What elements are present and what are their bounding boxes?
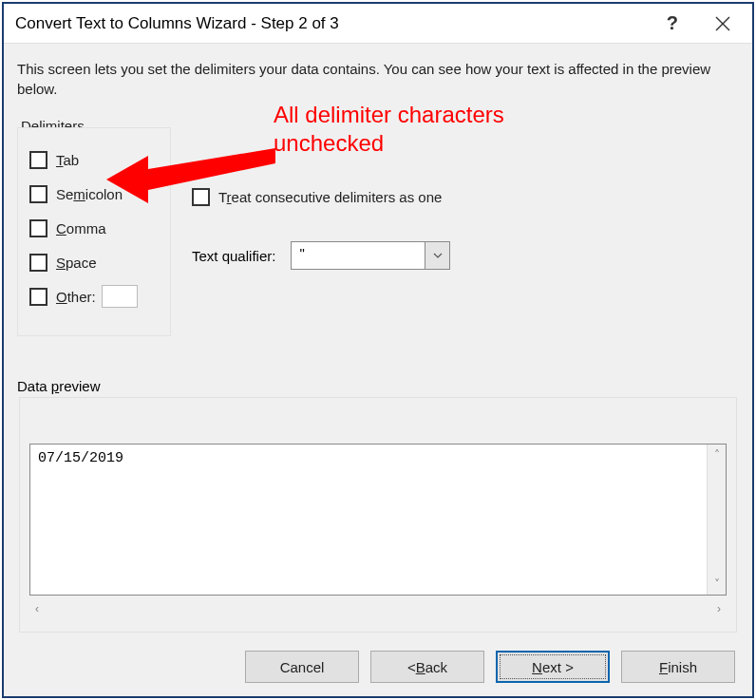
data-preview-area: 07/15/2019 ˄ ˅ (29, 444, 727, 596)
semicolon-checkbox-row: Semicolon (29, 181, 170, 206)
wizard-dialog: Convert Text to Columns Wizard - Step 2 … (2, 2, 754, 698)
semicolon-checkbox[interactable] (29, 185, 47, 203)
treat-consecutive-label[interactable]: Treat consecutive delimiters as one (218, 189, 442, 205)
back-button[interactable]: < Back (370, 651, 484, 683)
other-input[interactable] (102, 285, 138, 308)
cancel-button[interactable]: Cancel (245, 651, 359, 683)
other-checkbox-row: Other: (29, 284, 170, 309)
dialog-body: This screen lets you set the delimiters … (4, 44, 752, 637)
next-button[interactable]: Next > (496, 651, 610, 683)
text-qualifier-label: Text qualifier: (192, 248, 275, 264)
scroll-up-icon: ˄ (714, 448, 720, 462)
comma-checkbox[interactable] (29, 219, 47, 237)
text-qualifier-row: Text qualifier: " (192, 241, 450, 270)
space-label[interactable]: Space (56, 255, 97, 271)
dialog-title: Convert Text to Columns Wizard - Step 2 … (15, 14, 667, 33)
treat-consecutive-checkbox[interactable] (192, 188, 210, 206)
scroll-right-icon: › (717, 602, 721, 615)
close-icon (714, 15, 731, 32)
semicolon-label[interactable]: Semicolon (56, 186, 123, 202)
other-label[interactable]: Other: (56, 289, 96, 305)
dialog-footer: Cancel < Back Next > Finish (4, 637, 752, 696)
scroll-down-icon: ˅ (714, 577, 720, 591)
space-checkbox-row: Space (29, 250, 170, 274)
titlebar: Convert Text to Columns Wizard - Step 2 … (4, 4, 752, 44)
data-preview-label: Data preview (17, 378, 101, 394)
comma-label[interactable]: Comma (56, 220, 106, 236)
tab-checkbox-row: Tab (29, 147, 170, 172)
description-text: This screen lets you set the delimiters … (17, 59, 739, 99)
data-preview-group: 07/15/2019 ˄ ˅ ‹ › (19, 397, 737, 633)
treat-consecutive-row: Treat consecutive delimiters as one (192, 188, 442, 206)
space-checkbox[interactable] (29, 254, 47, 272)
text-qualifier-dropdown-button[interactable] (425, 242, 449, 269)
help-button[interactable]: ? (667, 12, 678, 34)
text-qualifier-value: " (292, 242, 425, 269)
vertical-scrollbar[interactable]: ˄ ˅ (707, 445, 726, 595)
comma-checkbox-row: Comma (29, 216, 170, 240)
annotation-text: All delimiter characters unchecked (274, 101, 504, 158)
data-preview-text: 07/15/2019 (30, 445, 726, 472)
delimiters-group: Tab Semicolon Comma Space Other: (17, 127, 171, 336)
other-checkbox[interactable] (29, 288, 47, 306)
finish-button[interactable]: Finish (621, 651, 735, 683)
scroll-left-icon: ‹ (35, 602, 39, 615)
close-button[interactable] (707, 15, 739, 32)
tab-label[interactable]: Tab (56, 152, 79, 168)
text-qualifier-select[interactable]: " (291, 241, 450, 270)
horizontal-scrollbar[interactable]: ‹ › (29, 599, 727, 618)
tab-checkbox[interactable] (29, 151, 47, 169)
chevron-down-icon (433, 253, 443, 258)
